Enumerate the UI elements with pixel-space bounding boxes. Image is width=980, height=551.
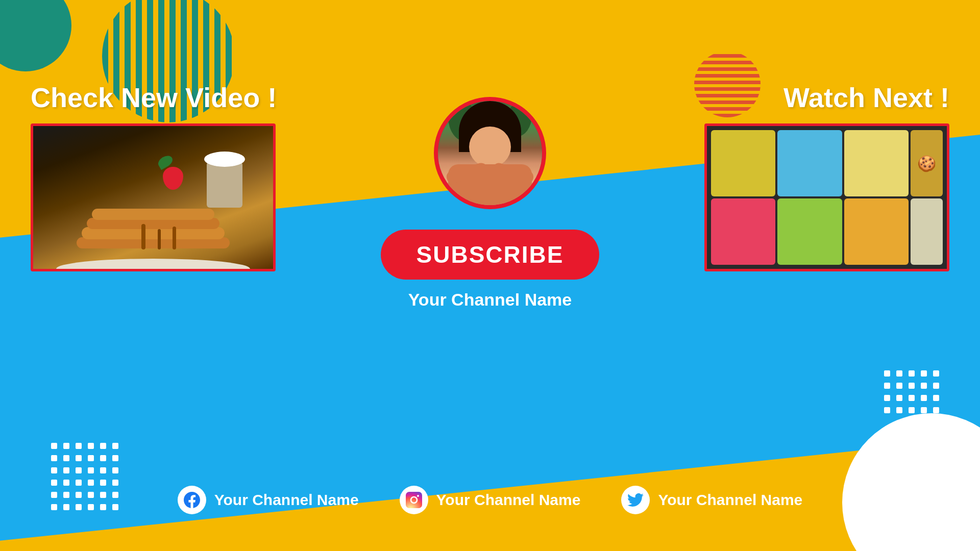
top-section: Check New Video !	[0, 0, 980, 449]
facebook-icon	[178, 486, 206, 514]
facebook-channel-name: Your Channel Name	[214, 491, 359, 509]
instagram-social-item[interactable]: Your Channel Name	[400, 486, 581, 514]
channel-name-center: Your Channel Name	[408, 290, 572, 310]
bottom-social-section: Your Channel Name	[0, 449, 980, 551]
subscribe-button[interactable]: SUBSCRIBE	[381, 230, 600, 280]
channel-avatar[interactable]	[434, 97, 546, 209]
right-column: Watch Next ! 🍪	[602, 82, 949, 271]
watch-next-thumbnail[interactable]: 🍪	[704, 123, 949, 271]
instagram-channel-name: Your Channel Name	[436, 491, 581, 509]
check-new-video-title: Check New Video !	[31, 82, 378, 113]
watch-next-title: Watch Next !	[783, 82, 949, 113]
new-video-thumbnail[interactable]	[31, 123, 276, 271]
facebook-social-item[interactable]: Your Channel Name	[178, 486, 359, 514]
instagram-icon	[400, 486, 428, 514]
svg-rect-0	[406, 492, 422, 508]
twitter-social-item[interactable]: Your Channel Name	[621, 486, 802, 514]
left-column: Check New Video !	[31, 82, 378, 271]
svg-point-2	[417, 495, 419, 497]
main-content: Check New Video !	[0, 0, 980, 551]
twitter-channel-name: Your Channel Name	[658, 491, 802, 509]
twitter-icon	[621, 486, 650, 514]
center-column: SUBSCRIBE Your Channel Name	[398, 82, 582, 310]
